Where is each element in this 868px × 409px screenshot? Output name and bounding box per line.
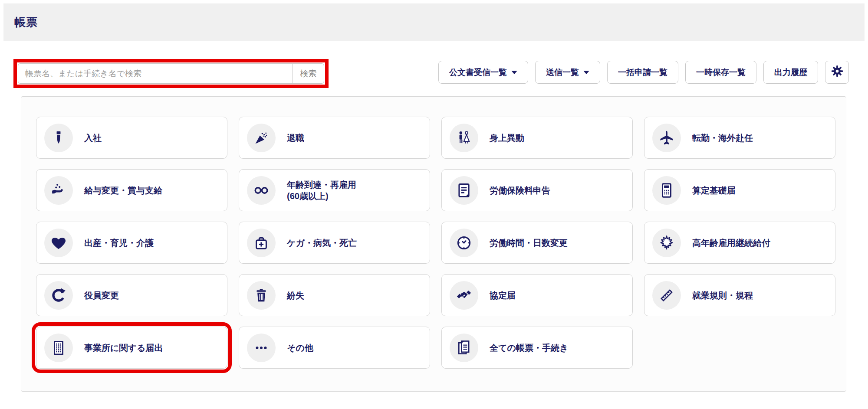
glasses-icon bbox=[247, 176, 276, 205]
category-card-label: 全ての帳票・手続き bbox=[490, 342, 568, 353]
toolbar-button-label: 公文書受信一覧 bbox=[449, 67, 507, 78]
chevron-down-icon bbox=[511, 71, 517, 74]
maple-leaf-icon bbox=[652, 229, 681, 257]
category-card[interactable]: 転勤・海外赴任 bbox=[644, 117, 835, 159]
category-card[interactable]: 出産・育児・介護 bbox=[36, 222, 227, 264]
category-card-label: 年齢到達・再雇用(60歳以上) bbox=[287, 179, 356, 202]
category-card-label: 就業規則・規程 bbox=[692, 290, 753, 301]
category-card[interactable]: 給与変更・賞与支給 bbox=[36, 169, 227, 211]
ellipsis-icon bbox=[247, 334, 276, 362]
necktie-icon bbox=[44, 124, 73, 152]
toolbar-button[interactable]: 公文書受信一覧 bbox=[438, 61, 528, 84]
category-card-label: 労働時間・日数変更 bbox=[490, 237, 568, 249]
categories-panel: 入社 退職 身上異動 転勤・海外赴任 給与変更・賞与支給 年齢到達・再雇用(60… bbox=[21, 96, 846, 392]
airplane-icon bbox=[652, 124, 681, 152]
annotation-highlight-search: 検索 bbox=[13, 59, 329, 88]
category-card[interactable]: その他 bbox=[239, 327, 430, 369]
party-popper-icon bbox=[247, 124, 276, 152]
toolbar-button-label: 出力履歴 bbox=[774, 67, 807, 78]
category-card[interactable]: 年齢到達・再雇用(60歳以上) bbox=[239, 169, 430, 211]
first-aid-icon bbox=[247, 229, 276, 257]
category-card[interactable]: 算定基礎届 bbox=[644, 169, 835, 211]
toolbar-button[interactable]: 送信一覧 bbox=[535, 61, 600, 84]
document-icon bbox=[450, 176, 478, 205]
category-card[interactable]: 紛失 bbox=[239, 274, 430, 316]
category-grid: 入社 退職 身上異動 転勤・海外赴任 給与変更・賞与支給 年齢到達・再雇用(60… bbox=[36, 117, 835, 369]
toolbar-button[interactable]: 一括申請一覧 bbox=[607, 61, 678, 84]
category-card-label: その他 bbox=[287, 342, 313, 353]
heart-icon bbox=[44, 229, 73, 257]
category-card-label: 労働保険料申告 bbox=[490, 185, 550, 196]
category-card-label: 紛失 bbox=[287, 290, 304, 301]
handshake-icon bbox=[450, 281, 478, 310]
toolbar-button[interactable]: 一時保存一覧 bbox=[685, 61, 756, 84]
category-card[interactable]: 身上異動 bbox=[441, 117, 633, 159]
settings-button[interactable] bbox=[825, 61, 849, 84]
category-card-label: 退職 bbox=[287, 132, 304, 144]
search-input[interactable] bbox=[18, 64, 293, 83]
category-card[interactable]: 就業規則・規程 bbox=[644, 274, 835, 316]
category-card-label: ケガ・病気・死亡 bbox=[287, 237, 357, 249]
category-card[interactable]: 全ての帳票・手続き bbox=[441, 327, 633, 369]
category-card-label: 給与変更・賞与支給 bbox=[84, 185, 162, 196]
category-card[interactable]: ケガ・病気・死亡 bbox=[239, 222, 430, 264]
toolbar-button-label: 一括申請一覧 bbox=[618, 67, 667, 78]
documents-icon bbox=[450, 334, 478, 362]
toolbar-button-label: 送信一覧 bbox=[546, 67, 579, 78]
chevron-down-icon bbox=[583, 71, 589, 74]
category-card[interactable]: 役員変更 bbox=[36, 274, 227, 316]
search-button[interactable]: 検索 bbox=[293, 64, 324, 83]
category-card[interactable]: 入社 bbox=[36, 117, 227, 159]
calculator-icon bbox=[652, 176, 681, 205]
clock-icon bbox=[450, 229, 478, 257]
page-header: 帳票 bbox=[3, 3, 865, 41]
category-card-label: 事業所に関する届出 bbox=[84, 342, 163, 353]
trash-icon bbox=[247, 281, 276, 310]
gear-icon bbox=[831, 65, 844, 80]
category-card-label: 出産・育児・介護 bbox=[84, 237, 154, 249]
page-title: 帳票 bbox=[14, 15, 38, 30]
search-bar: 検索 bbox=[18, 63, 324, 84]
category-card[interactable]: 協定届 bbox=[441, 274, 633, 316]
category-card[interactable]: 労働時間・日数変更 bbox=[441, 222, 633, 264]
category-card[interactable]: 高年齢雇用継続給付 bbox=[644, 222, 835, 264]
category-card-label: 入社 bbox=[84, 132, 102, 144]
building-icon bbox=[44, 334, 73, 362]
category-card-label: 高年齢雇用継続給付 bbox=[692, 237, 770, 249]
toolbar-button-label: 一時保存一覧 bbox=[696, 67, 746, 78]
category-card-label: 役員変更 bbox=[84, 290, 119, 301]
category-card[interactable]: 退職 bbox=[239, 117, 430, 159]
category-card-label: 身上異動 bbox=[490, 132, 524, 144]
refresh-icon bbox=[44, 281, 73, 310]
salary-hand-icon bbox=[44, 176, 73, 205]
toolbar: 公文書受信一覧 送信一覧 一括申請一覧 一時保存一覧 出力履歴 bbox=[438, 61, 849, 84]
toolbar-button[interactable]: 出力履歴 bbox=[763, 61, 818, 84]
wedding-couple-icon bbox=[450, 124, 478, 152]
category-card-highlighted[interactable]: 事業所に関する届出 bbox=[36, 327, 227, 369]
ruler-icon bbox=[652, 281, 681, 310]
category-card-label: 算定基礎届 bbox=[692, 185, 736, 196]
category-card[interactable]: 労働保険料申告 bbox=[441, 169, 633, 211]
category-card-label: 協定届 bbox=[490, 290, 516, 301]
category-card-label: 転勤・海外赴任 bbox=[692, 132, 753, 144]
